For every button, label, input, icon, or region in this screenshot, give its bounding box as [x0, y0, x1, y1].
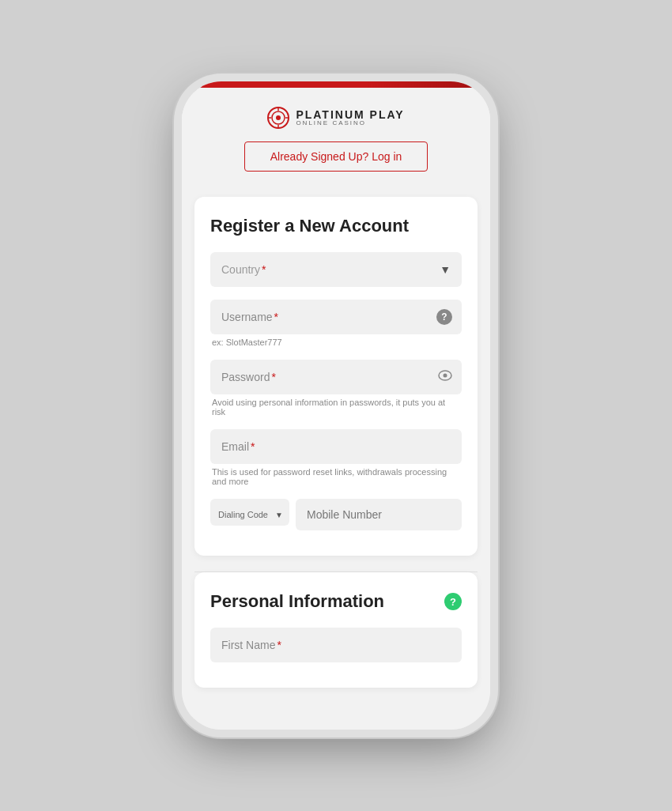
- personal-help-badge[interactable]: ?: [444, 593, 462, 610]
- first-name-field-group: First Name*: [210, 628, 462, 662]
- email-hint: This is used for password reset links, w…: [210, 464, 462, 492]
- username-input[interactable]: [210, 300, 462, 334]
- password-input[interactable]: [210, 360, 462, 394]
- logo-main-text: Platinum Play: [296, 109, 404, 120]
- phone-row: +1 US +44 UK +61 AU Dialing Code ▼: [210, 499, 462, 530]
- personal-info-title: Personal Information: [210, 591, 384, 612]
- header-section: Platinum Play Online Casino Already Sign…: [182, 88, 490, 184]
- username-help-icon[interactable]: ?: [436, 309, 452, 325]
- password-toggle-icon[interactable]: [438, 370, 452, 384]
- country-select-wrapper: United States United Kingdom Canada Aust…: [210, 252, 462, 287]
- personal-info-card: Personal Information ? First Name*: [194, 572, 478, 688]
- svg-point-2: [276, 115, 281, 120]
- password-input-wrapper: Password*: [210, 360, 462, 394]
- register-title: Register a New Account: [210, 216, 462, 236]
- phone-top-bar: [182, 81, 490, 88]
- email-field-group: Email* This is used for password reset l…: [210, 429, 462, 492]
- username-hint: ex: SlotMaster777: [210, 334, 462, 353]
- dialing-code-select[interactable]: +1 US +44 UK +61 AU: [210, 499, 289, 526]
- logo-text: Platinum Play Online Casino: [296, 109, 404, 126]
- mobile-number-input[interactable]: [296, 499, 462, 530]
- email-input-wrapper: Email*: [210, 429, 462, 464]
- phone-screen: Platinum Play Online Casino Already Sign…: [182, 88, 490, 730]
- phone-frame: Platinum Play Online Casino Already Sign…: [182, 81, 490, 730]
- country-select[interactable]: United States United Kingdom Canada Aust…: [210, 252, 462, 287]
- country-field-group: United States United Kingdom Canada Aust…: [210, 252, 462, 287]
- username-input-wrapper: Username* ?: [210, 300, 462, 334]
- personal-section-header: Personal Information ?: [210, 591, 462, 612]
- username-field-group: Username* ? ex: SlotMaster777: [210, 300, 462, 353]
- first-name-input-wrapper: First Name*: [210, 628, 462, 662]
- password-field-group: Password* Avoid using personal informati…: [210, 360, 462, 423]
- logo-icon: [267, 107, 289, 129]
- first-name-input[interactable]: [210, 628, 462, 662]
- register-form-card: Register a New Account United States Uni…: [194, 197, 478, 556]
- logo-sub-text: Online Casino: [296, 120, 404, 126]
- logo-container: Platinum Play Online Casino: [267, 107, 404, 129]
- svg-point-8: [444, 374, 447, 378]
- email-input[interactable]: [210, 429, 462, 464]
- dialing-wrapper: +1 US +44 UK +61 AU Dialing Code ▼: [210, 499, 289, 530]
- login-button[interactable]: Already Signed Up? Log in: [244, 141, 428, 172]
- password-hint: Avoid using personal information in pass…: [210, 394, 462, 423]
